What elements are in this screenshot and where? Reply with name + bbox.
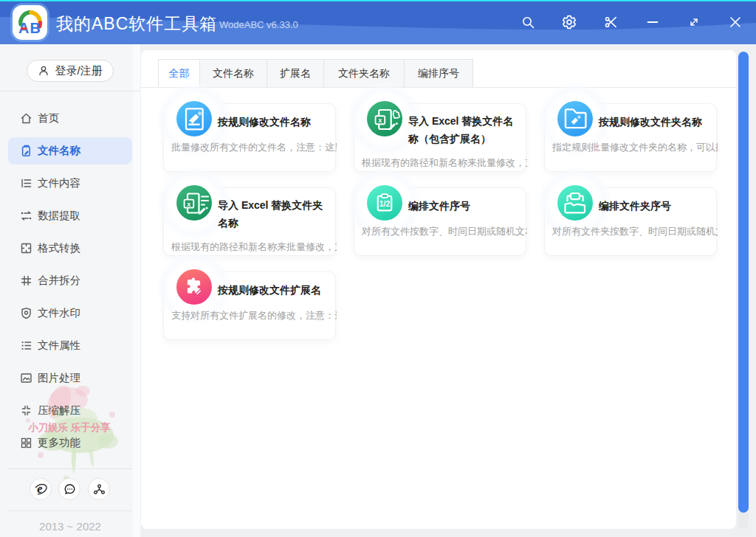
svg-text:1/2: 1/2	[379, 200, 391, 208]
svg-text:B: B	[30, 20, 41, 36]
svg-text:x: x	[378, 117, 382, 124]
svg-text:x: x	[187, 201, 190, 208]
